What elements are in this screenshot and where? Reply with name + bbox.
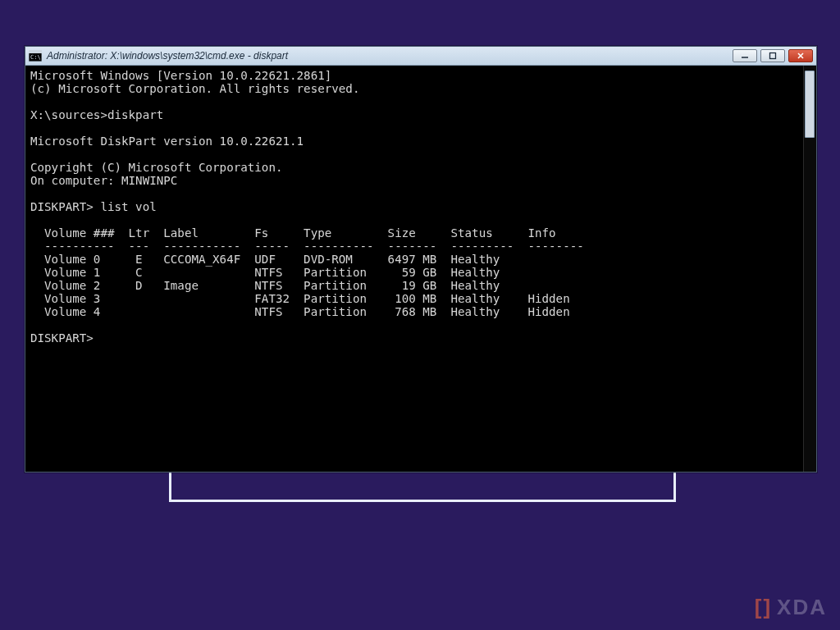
line: ---------- --- ----------- ----- -------… [30,240,584,253]
watermark-text: XDA [777,595,827,620]
titlebar[interactable]: C:\ Administrator: X:\windows\system32\c… [25,47,816,66]
line: DISKPART> [30,331,94,345]
vertical-scrollbar[interactable] [803,66,816,472]
scrollbar-thumb[interactable] [805,71,815,138]
close-button[interactable] [788,49,813,62]
line: X:\sources>diskpart [30,108,163,121]
line: Copyright (C) Microsoft Corporation. [30,161,283,174]
table-row: Volume 0 E CCCOMA_X64F UDF DVD-ROM 6497 … [30,253,500,266]
bracket-icon: [] [755,595,772,620]
line: Microsoft Windows [Version 10.0.22621.28… [30,69,331,82]
minimize-button[interactable] [733,49,757,62]
svg-rect-4 [770,53,776,59]
line: Microsoft DiskPart version 10.0.22621.1 [30,135,304,148]
maximize-button[interactable] [760,49,785,62]
cmd-icon: C:\ [29,50,42,62]
console-output[interactable]: Microsoft Windows [Version 10.0.22621.28… [25,66,803,472]
line: (c) Microsoft Corporation. All rights re… [30,82,359,95]
table-row: Volume 3 FAT32 Partition 100 MB Healthy … [30,292,570,305]
window-title: Administrator: X:\windows\system32\cmd.e… [47,50,288,62]
line: Volume ### Ltr Label Fs Type Size Status… [30,226,556,240]
svg-text:C:\: C:\ [30,54,41,61]
table-row: Volume 4 NTFS Partition 768 MB Healthy H… [30,305,570,318]
cmd-window: C:\ Administrator: X:\windows\system32\c… [25,46,817,472]
table-row: Volume 1 C NTFS Partition 59 GB Healthy [30,266,500,279]
svg-rect-1 [29,50,42,53]
line: On computer: MINWINPC [30,174,177,187]
xda-watermark: [] XDA [755,595,827,620]
table-row: Volume 2 D Image NTFS Partition 19 GB He… [30,279,500,292]
line: DISKPART> list vol [30,200,157,213]
